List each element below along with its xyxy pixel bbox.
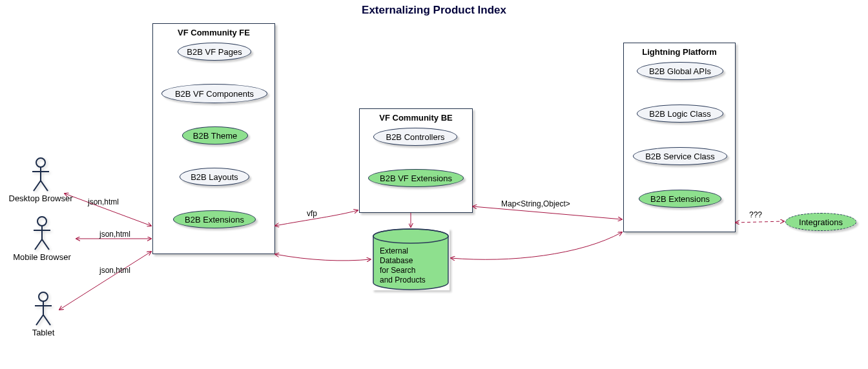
usecase-b2b-layouts: B2B Layouts <box>180 168 249 186</box>
usecase-b2b-extensions-lp: B2B Extensions <box>639 190 721 208</box>
usecase-b2b-vf-pages: B2B VF Pages <box>178 43 251 61</box>
edge-label-jsonhtml-tablet: json,html <box>99 266 130 275</box>
actor-desktop: Desktop Browser <box>1 157 80 203</box>
usecase-b2b-service-class: B2B Service Class <box>633 147 727 165</box>
svg-line-13 <box>36 315 43 325</box>
edge-label-jsonhtml-mobile: json,html <box>99 230 130 239</box>
usecase-b2b-controllers: B2B Controllers <box>373 128 457 146</box>
usecase-integrations: Integrations <box>785 213 856 231</box>
svg-point-10 <box>39 292 48 301</box>
database-label: External Database for Search and Product… <box>380 246 426 285</box>
usecase-b2b-extensions-fe: B2B Extensions <box>173 210 256 228</box>
edge-label-vfp: vfp <box>307 209 317 218</box>
svg-line-3 <box>34 181 41 191</box>
edge-label-jsonhtml-desktop: json,html <box>88 197 119 206</box>
actor-tablet: Tablet <box>27 292 59 337</box>
svg-line-8 <box>35 239 42 250</box>
svg-line-21 <box>736 221 784 223</box>
actor-desktop-label: Desktop Browser <box>1 194 80 203</box>
actor-mobile-label: Mobile Browser <box>6 252 78 262</box>
svg-line-9 <box>42 239 49 250</box>
svg-point-0 <box>36 158 45 167</box>
diagram-title: Externalizing Product Index <box>0 4 868 17</box>
package-fe-title: VF Community FE <box>153 28 274 37</box>
database-external: External Database for Search and Product… <box>372 228 450 290</box>
package-lp-title: Lightning Platform <box>624 47 735 57</box>
package-be-title: VF Community BE <box>360 113 472 123</box>
svg-line-4 <box>41 181 48 191</box>
actor-mobile: Mobile Browser <box>6 216 78 262</box>
edge-label-map: Map<String,Object> <box>501 199 570 208</box>
svg-point-5 <box>37 217 46 226</box>
usecase-b2b-vf-components: B2B VF Components <box>161 84 267 103</box>
actor-tablet-label: Tablet <box>27 328 59 337</box>
package-vf-community-be: VF Community BE <box>359 108 473 213</box>
usecase-b2b-logic-class: B2B Logic Class <box>637 105 723 123</box>
svg-line-20 <box>473 206 622 219</box>
usecase-b2b-vf-extensions: B2B VF Extensions <box>368 169 464 187</box>
edge-label-qqq: ??? <box>749 210 762 219</box>
usecase-b2b-theme: B2B Theme <box>182 126 248 145</box>
svg-line-14 <box>43 315 50 325</box>
usecase-b2b-global-apis: B2B Global APIs <box>637 62 723 80</box>
